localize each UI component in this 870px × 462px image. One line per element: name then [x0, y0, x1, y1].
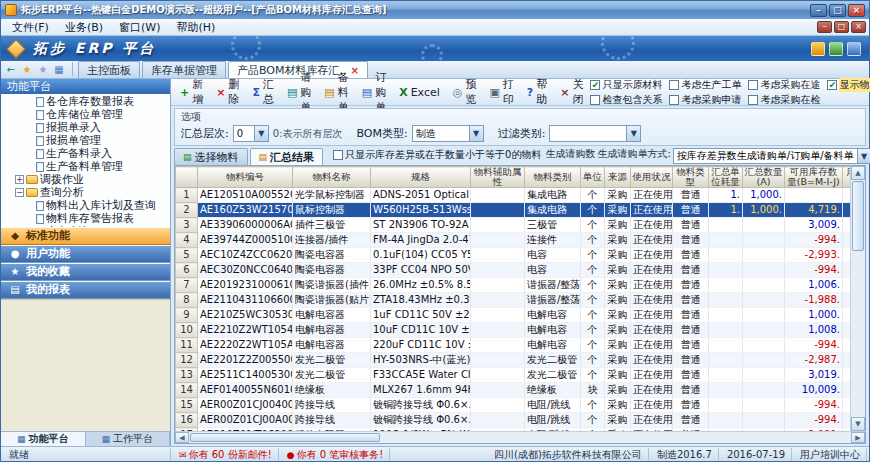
- scrollbar-thumb[interactable]: [852, 181, 864, 251]
- table-row[interactable]: 7AE20192310006100陶瓷谐振器(插件)26.0MHz ±0.5% …: [176, 278, 851, 293]
- table-row[interactable]: 15AER00Z01CJ00400跨接导线镀铜跨接导线 Φ0.6×…电阻/跳线个…: [176, 398, 851, 413]
- result-tab[interactable]: ▤汇总结果: [250, 148, 324, 165]
- menu-item[interactable]: 业务(B): [57, 19, 111, 36]
- checkbox-option[interactable]: 考虑生产工单: [669, 78, 741, 92]
- column-header-rownum[interactable]: [176, 167, 198, 188]
- tree-item[interactable]: 报损单管理: [1, 134, 170, 147]
- summary-level-select[interactable]: 0 ▼: [233, 125, 269, 142]
- scroll-down-icon[interactable]: ▼: [851, 417, 865, 431]
- column-header-type[interactable]: 物料类型: [673, 167, 709, 188]
- column-header-total_qty[interactable]: 汇总数量(A): [743, 167, 785, 188]
- scrollbar-thumb[interactable]: [190, 433, 380, 442]
- child-minimize-button[interactable]: –: [817, 21, 832, 33]
- column-header-available_qty[interactable]: 可用库存数量(B=M-I-J): [785, 167, 843, 188]
- table-row[interactable]: 2AE160Z53W21570鼠标控制器W560H25B-513Wssr…集成电…: [176, 203, 851, 218]
- tree-item[interactable]: 各仓库存数量报表: [1, 95, 170, 108]
- chevron-down-icon[interactable]: ▼: [626, 126, 640, 141]
- filter-category-select[interactable]: ▼: [549, 125, 641, 142]
- chevron-down-icon[interactable]: ▼: [254, 126, 268, 141]
- tree-item[interactable]: 仓库储位单管理: [1, 108, 170, 121]
- banner-shortcut-icon[interactable]: [811, 42, 825, 56]
- titlebar[interactable]: 拓步ERP平台--热键白金DEMO演示版--超级用户--[产品BOM材料库存汇总…: [1, 1, 869, 19]
- child-close-button[interactable]: ×: [851, 21, 866, 33]
- menu-item[interactable]: 文件(F): [4, 19, 57, 36]
- tree-item[interactable]: 物料出入库计划及查询: [1, 199, 170, 212]
- horizontal-scrollbar[interactable]: ◀ ▶: [174, 431, 866, 444]
- table-row[interactable]: 9AE210Z5WC305300电解电容器1uF CD11C 50V ±20%……: [176, 308, 851, 323]
- menu-item[interactable]: 帮助(H): [169, 19, 224, 36]
- banner-shortcut-icon[interactable]: [829, 42, 843, 56]
- nav-tab[interactable]: 主控面板: [78, 61, 140, 78]
- tree-item[interactable]: 报损单录入: [1, 121, 170, 134]
- column-header-category[interactable]: 物料类别: [525, 167, 581, 188]
- column-header-stock_diff[interactable]: 库存差异数量: [843, 167, 851, 188]
- add-button[interactable]: +新增: [174, 81, 209, 103]
- table-row[interactable]: 11AE2220Z2WT105A00电解电容器220uF CD11C 10V ±…: [176, 338, 851, 353]
- banner-shortcut-icon[interactable]: [847, 42, 861, 56]
- checkbox-option[interactable]: 检查包含关系: [590, 93, 662, 107]
- table-row[interactable]: 1AE120510A005520光学鼠标控制器ADNS-2051 Optical…: [176, 188, 851, 203]
- status-audit-alert[interactable]: ●你有 0 笔审核事务!: [281, 448, 391, 461]
- checkbox-option[interactable]: 考虑采购申请: [669, 93, 741, 107]
- checkbox-option[interactable]: ✔只显示原材料: [590, 78, 662, 92]
- sidebar-bottom-tab[interactable]: ▦功能平台: [1, 432, 86, 446]
- menu-item[interactable]: 窗口(W): [111, 19, 168, 36]
- column-header-source[interactable]: 来源: [605, 167, 631, 188]
- table-row[interactable]: 16AER00Z01CJ00A00跨接导线镀铜跨接导线 Φ0.6×…电阻/跳线个…: [176, 413, 851, 428]
- preview-button[interactable]: ◎预览: [447, 81, 483, 103]
- generate-mode-select[interactable]: 按库存差异数生成请购单/订购单/备料单 ▼: [673, 148, 870, 164]
- excel-button[interactable]: XExcel: [393, 81, 446, 103]
- exit-button[interactable]: ×关闭: [554, 81, 589, 103]
- scroll-right-icon[interactable]: ▶: [851, 432, 865, 443]
- sidebar-button[interactable]: ▤我的报表: [1, 281, 170, 299]
- tree-item[interactable]: 物料库存警告报表: [1, 212, 170, 225]
- checkbox-option[interactable]: ✔显示物料辅助属性: [827, 78, 870, 92]
- status-mail-alert[interactable]: ✉你有 60 份新邮件!: [173, 448, 279, 461]
- chevron-down-icon[interactable]: ▼: [857, 149, 870, 163]
- checkbox-option[interactable]: 考虑采购在检: [748, 93, 820, 107]
- grid-icon[interactable]: ▦: [51, 62, 67, 77]
- table-row[interactable]: 14AEF0140055N6010绝缘板MLX267 1.6mm 94HB…绝缘…: [176, 383, 851, 398]
- order-button[interactable]: ▤订购单: [356, 81, 392, 103]
- sidebar-button[interactable]: ◆标准功能: [1, 227, 170, 245]
- favorites-icon[interactable]: ★: [19, 62, 35, 77]
- column-header-unit[interactable]: 单位: [581, 167, 605, 188]
- table-row[interactable]: 12AE2201Z2Z005500发光二极管HY-503NRS-中(蓝光)…发光…: [176, 353, 851, 368]
- material-prep-button[interactable]: ▤备料单: [318, 81, 354, 103]
- sidebar-bottom-tab[interactable]: ▦工作平台: [86, 432, 171, 446]
- tree-item[interactable]: −查询分析: [1, 186, 170, 199]
- expander-icon[interactable]: −: [15, 188, 24, 197]
- nav-tab[interactable]: 库存单据管理: [142, 61, 226, 78]
- sidebar-button[interactable]: ●用户功能: [1, 245, 170, 263]
- vertical-scrollbar[interactable]: ▲ ▼: [850, 166, 865, 431]
- column-header-spec[interactable]: 规格: [371, 167, 471, 188]
- expander-icon[interactable]: +: [15, 175, 24, 184]
- result-tab[interactable]: ▤选择物料: [174, 148, 248, 165]
- back-icon[interactable]: ←: [3, 62, 19, 77]
- scroll-up-icon[interactable]: ▲: [851, 166, 865, 180]
- maximize-button[interactable]: □: [829, 4, 846, 17]
- table-row[interactable]: 6AEC30Z0NCC06400陶瓷电容器33PF CC04 NPO 50V ±…: [176, 263, 851, 278]
- column-header-unit_usage[interactable]: 汇总单位耗量: [709, 167, 743, 188]
- child-restore-button[interactable]: □: [834, 21, 849, 33]
- table-row[interactable]: 3AE33906000006A0插件三极管ST 2N3906 TO-92A三极管…: [176, 218, 851, 233]
- checkbox-negative-only[interactable]: 只显示库存差异或在手数量小于等于0的物料: [333, 148, 541, 162]
- scroll-left-icon[interactable]: ◀: [175, 432, 189, 443]
- checkbox-option[interactable]: 考虑采购在途: [748, 78, 820, 92]
- table-row[interactable]: 13AE2511C14005300发光二极管F33CCA5E Water Cle…: [176, 368, 851, 383]
- summarize-button[interactable]: Σ汇总: [246, 81, 280, 103]
- tree-item[interactable]: 生产备料录入: [1, 147, 170, 160]
- tree-item[interactable]: +调拨作业: [1, 173, 170, 186]
- tree-item[interactable]: 生产备料单管理: [1, 160, 170, 173]
- close-button[interactable]: ×: [848, 4, 865, 17]
- bom-type-select[interactable]: 制造 ▼: [412, 125, 484, 142]
- help-button[interactable]: ?帮助: [521, 81, 553, 103]
- print-button[interactable]: ▣打印: [483, 81, 519, 103]
- column-header-status[interactable]: 使用状况: [631, 167, 673, 188]
- table-row[interactable]: 5AEC10Z4ZCC06200陶瓷电容器0.1uF(104) CC05 Y5V…: [176, 248, 851, 263]
- table-row[interactable]: 10AE2210Z2WT105400电解电容器10uF CD11C 10V ±2…: [176, 323, 851, 338]
- purchase-request-button[interactable]: ▤请购单: [281, 81, 317, 103]
- column-header-aux[interactable]: 物料辅助属性: [471, 167, 525, 188]
- delete-button[interactable]: ×删除: [210, 81, 245, 103]
- column-header-code[interactable]: 物料编号: [198, 167, 293, 188]
